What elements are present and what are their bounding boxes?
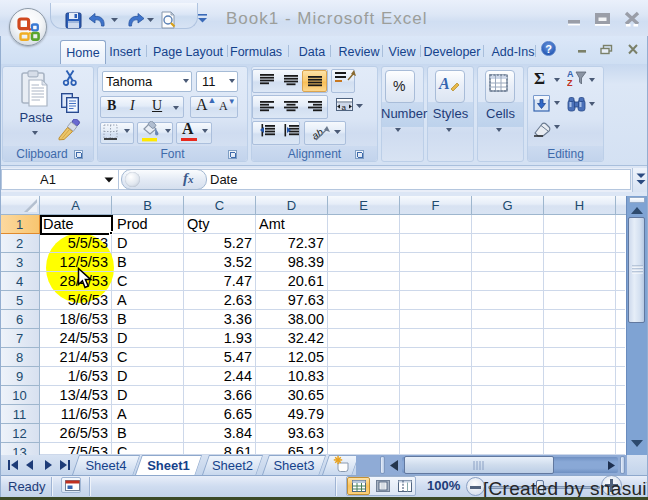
svg-text:A: A <box>438 75 450 92</box>
svg-text:Z: Z <box>567 78 573 88</box>
svg-text:a: a <box>342 103 347 112</box>
